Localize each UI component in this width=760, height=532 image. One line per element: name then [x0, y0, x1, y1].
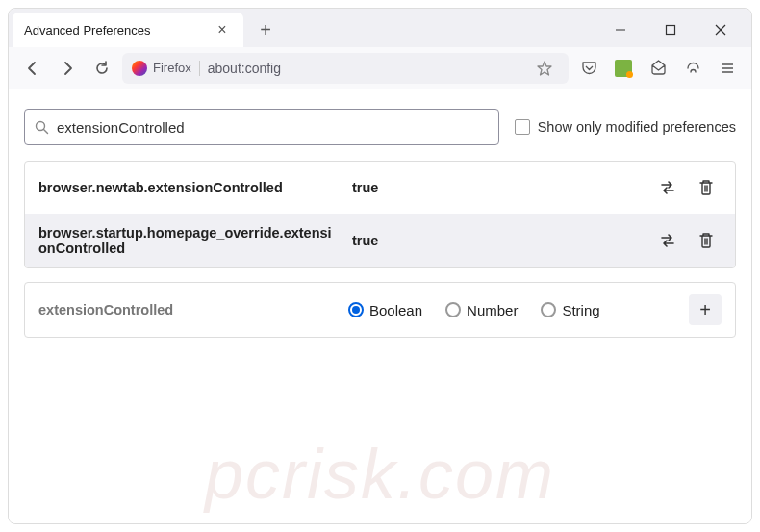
pref-value: true [352, 180, 637, 195]
radio-label: String [562, 302, 599, 318]
new-pref-name: extensionControlled [38, 302, 337, 317]
tab-title: Advanced Preferences [24, 23, 213, 38]
content-area: pcrisk.com Show only modified preference… [9, 89, 751, 523]
pref-row: browser.startup.homepage_override.extens… [25, 214, 735, 267]
forward-button[interactable] [53, 54, 82, 83]
close-window-button[interactable] [701, 15, 740, 44]
toggle-icon[interactable] [652, 226, 683, 255]
pocket-icon[interactable] [574, 54, 603, 83]
radio-string[interactable]: String [541, 302, 599, 318]
pref-value: true [352, 233, 637, 248]
watermark: pcrisk.com [205, 435, 555, 514]
refresh-button[interactable] [88, 54, 116, 83]
radio-number[interactable]: Number [445, 302, 518, 318]
toggle-icon[interactable] [652, 173, 683, 202]
radio-icon[interactable] [541, 302, 556, 317]
radio-label: Number [467, 302, 518, 318]
bookmark-star-icon[interactable] [530, 54, 559, 83]
window-controls [601, 15, 751, 44]
search-row: Show only modified preferences [24, 109, 736, 145]
row-actions [652, 226, 722, 255]
extension-icon[interactable] [609, 54, 638, 83]
tab-bar: Advanced Preferences × + [9, 9, 751, 47]
checkbox-icon[interactable] [515, 119, 530, 135]
type-options: Boolean Number String [348, 302, 677, 318]
url-prefix-label: Firefox [153, 61, 191, 75]
account-icon[interactable] [644, 54, 672, 83]
radio-icon[interactable] [348, 302, 364, 317]
radio-label: Boolean [369, 302, 422, 318]
search-input[interactable] [57, 119, 489, 136]
checkbox-label: Show only modified preferences [538, 119, 736, 135]
modified-only-checkbox-wrap[interactable]: Show only modified preferences [515, 119, 736, 135]
prefs-table: browser.newtab.extensionControlled true … [24, 161, 736, 268]
trash-icon[interactable] [691, 173, 722, 202]
add-button[interactable]: + [689, 294, 722, 325]
close-icon[interactable]: × [213, 20, 232, 39]
pref-row: browser.newtab.extensionControlled true [25, 162, 735, 214]
shield-icon[interactable] [678, 54, 707, 83]
maximize-button[interactable] [651, 15, 690, 44]
row-actions [652, 173, 722, 202]
svg-rect-1 [667, 26, 675, 35]
radio-icon[interactable] [445, 302, 461, 317]
radio-boolean[interactable]: Boolean [348, 302, 422, 318]
search-box[interactable] [24, 109, 499, 145]
firefox-icon [132, 61, 147, 76]
url-identity: Firefox [132, 61, 200, 76]
browser-window: Advanced Preferences × + [8, 8, 752, 524]
url-text: about:config [208, 61, 281, 76]
back-button[interactable] [18, 54, 47, 83]
pref-name: browser.newtab.extensionControlled [38, 180, 337, 195]
menu-icon[interactable] [713, 54, 742, 83]
trash-icon[interactable] [691, 226, 722, 255]
pref-name: browser.startup.homepage_override.extens… [38, 225, 337, 256]
tab-active[interactable]: Advanced Preferences × [13, 13, 243, 47]
url-bar[interactable]: Firefox about:config [122, 53, 569, 84]
new-tab-button[interactable]: + [251, 15, 280, 44]
search-icon [35, 120, 49, 135]
navigation-bar: Firefox about:config [9, 47, 751, 89]
new-pref-row: extensionControlled Boolean Number Strin… [24, 282, 736, 338]
minimize-button[interactable] [601, 15, 640, 44]
svg-line-8 [44, 129, 48, 133]
